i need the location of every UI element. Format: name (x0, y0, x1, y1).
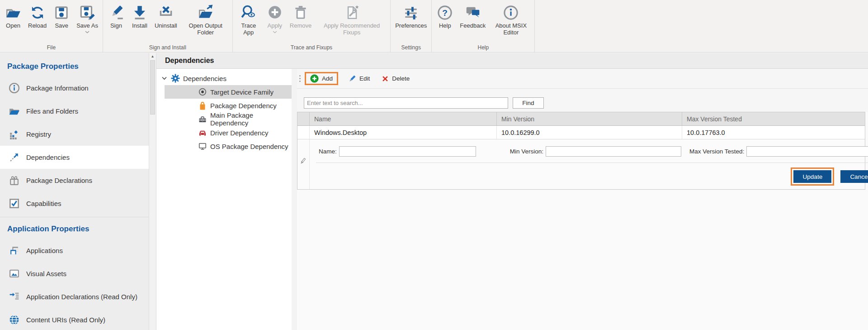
open-label: Open (6, 22, 20, 29)
install-icon (131, 3, 148, 22)
registry-icon (8, 129, 20, 140)
uninstall-button[interactable]: Uninstall (151, 3, 180, 29)
reload-button[interactable]: Reload (25, 3, 50, 29)
tree-item-dependencies-root[interactable]: Dependencies (156, 72, 292, 85)
ribbon-group-label-settings: Settings (392, 44, 430, 52)
sidebar-item-package-information[interactable]: Package Information (0, 77, 149, 100)
sign-label: Sign (110, 22, 122, 29)
delete-button[interactable]: Delete (382, 75, 410, 82)
trace-app-button[interactable]: Trace App (234, 3, 263, 36)
install-label: Install (132, 22, 147, 29)
save-as-button[interactable]: Save As (73, 3, 101, 34)
name-field-label: Name: (319, 148, 337, 155)
open-output-folder-button[interactable]: Open Output Folder (180, 3, 231, 36)
sidebar-item-applications[interactable]: Applications (0, 239, 149, 262)
app-windows-icon (8, 245, 20, 256)
edit-button[interactable]: Edit (348, 75, 370, 83)
min-version-field[interactable] (546, 146, 681, 157)
sidebar-item-dependencies[interactable]: Dependencies (0, 146, 149, 169)
install-button[interactable]: Install (128, 3, 151, 29)
save-as-dropdown-chevron-icon[interactable] (85, 30, 90, 34)
sidebar-item-label: Package Declarations (26, 177, 92, 184)
find-button[interactable]: Find (513, 97, 544, 109)
dependencies-arrow-icon (8, 152, 20, 163)
sidebar-scrollbar[interactable]: ▲ (149, 53, 156, 330)
gift-icon (8, 175, 20, 186)
column-header-min-version[interactable]: Min Version (497, 112, 682, 125)
apply-button[interactable]: Apply (263, 3, 287, 34)
sign-button[interactable]: Sign (104, 3, 128, 29)
tree-item-os-package-dependency[interactable]: OS Package Dependency (156, 139, 292, 153)
help-icon: ? (436, 3, 453, 22)
open-output-folder-label: Open Output Folder (184, 22, 228, 36)
sidebar-item-capabilities[interactable]: Capabilities (0, 192, 149, 215)
save-as-icon (79, 3, 96, 22)
sidebar-item-label: Package Information (26, 84, 89, 92)
apply-recommended-fixups-icon (343, 3, 360, 22)
toolbar-grip-icon[interactable] (299, 75, 301, 82)
save-label: Save (55, 22, 68, 29)
image-icon (8, 268, 20, 279)
update-button[interactable]: Update (793, 170, 831, 183)
column-header-max-version-tested[interactable]: Max Version Tested (682, 112, 865, 125)
feedback-button[interactable]: Feedback (457, 3, 489, 29)
preferences-button[interactable]: Preferences (392, 3, 430, 29)
grid-toolbar: Add Edit Delete (297, 69, 868, 89)
help-label: Help (439, 22, 451, 29)
orange-bag-icon (198, 101, 207, 110)
name-field[interactable] (339, 146, 476, 157)
max-version-tested-field[interactable] (746, 146, 868, 157)
open-button[interactable]: Open (1, 3, 25, 29)
apply-recommended-fixups-button[interactable]: Apply Recommended Fixups (315, 3, 389, 36)
save-icon (53, 3, 70, 22)
tree-item-target-device-family[interactable]: Target Device Family (156, 85, 292, 99)
sidebar-item-application-declarations[interactable]: Application Declarations (Read Only) (0, 285, 149, 308)
save-button[interactable]: Save (50, 3, 73, 29)
open-output-folder-icon (197, 3, 214, 22)
tree-item-main-package-dependency[interactable]: Main Package Dependency (156, 112, 292, 126)
ribbon-group-help: ? Help Feedback About MSIX Editor (432, 0, 535, 52)
table-header-row: Name Min Version Max Version Tested (297, 112, 865, 126)
search-input[interactable] (304, 97, 508, 109)
edit-pencil-icon (348, 75, 356, 83)
tree-item-label: Target Device Family (210, 88, 274, 96)
uninstall-label: Uninstall (155, 22, 177, 29)
sidebar-item-files-and-folders[interactable]: Files and Folders (0, 100, 149, 123)
sidebar-item-content-uris[interactable]: Content URIs (Read Only) (0, 308, 149, 330)
sidebar-item-registry[interactable]: Registry (0, 123, 149, 146)
remove-icon (292, 3, 309, 22)
feedback-icon (464, 3, 481, 22)
sidebar-item-visual-assets[interactable]: Visual Assets (0, 262, 149, 285)
chevron-down-icon[interactable] (161, 75, 167, 81)
gear-icon (171, 74, 180, 83)
about-msix-editor-icon (502, 3, 519, 22)
panel-splitter[interactable] (292, 69, 297, 330)
remove-button[interactable]: Remove (287, 3, 315, 29)
scrollbar-thumb[interactable] (150, 60, 155, 115)
preferences-icon (402, 3, 420, 22)
tree-item-driver-dependency[interactable]: Driver Dependency (156, 126, 292, 139)
cancel-button[interactable]: Cancel (840, 170, 868, 183)
trace-app-icon (240, 3, 257, 22)
sidebar-item-label: Capabilities (26, 200, 61, 207)
tree-item-package-dependency[interactable]: Package Dependency (156, 99, 292, 112)
sidebar-item-label: Dependencies (26, 153, 70, 161)
ribbon: Open Reload Save (0, 0, 868, 53)
help-button[interactable]: ? Help (433, 3, 457, 29)
apply-dropdown-chevron-icon[interactable] (273, 30, 277, 34)
reload-icon (29, 3, 46, 22)
cell-name: Windows.Desktop (310, 126, 497, 139)
uninstall-icon (157, 3, 175, 22)
table-row[interactable]: Windows.Desktop 10.0.16299.0 10.0.17763.… (297, 126, 865, 139)
scrollbar-up-arrow-icon[interactable]: ▲ (149, 53, 156, 60)
tree-item-label: Driver Dependency (210, 129, 268, 137)
column-header-name[interactable]: Name (310, 112, 497, 125)
add-button[interactable]: Add (310, 74, 333, 83)
sidebar-item-package-declarations[interactable]: Package Declarations (0, 169, 149, 192)
sidebar-item-label: Registry (26, 130, 51, 138)
tree-item-label: Package Dependency (210, 102, 277, 110)
folder-icon (8, 106, 20, 117)
min-version-field-label: Min Version: (510, 148, 543, 155)
about-msix-editor-button[interactable]: About MSIX Editor (489, 3, 533, 36)
cell-max-version-tested: 10.0.17763.0 (682, 126, 865, 139)
